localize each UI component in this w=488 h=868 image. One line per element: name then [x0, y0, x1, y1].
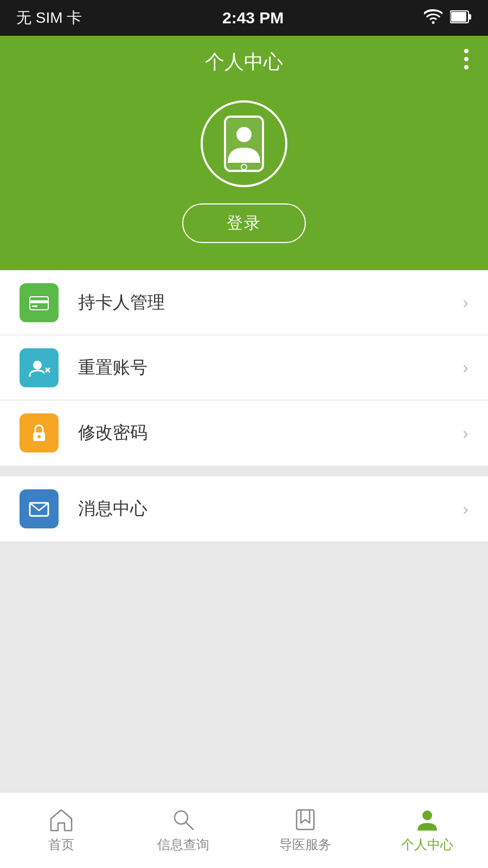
- more-menu-button[interactable]: [464, 49, 468, 69]
- change-password-label: 修改密码: [78, 421, 463, 445]
- chevron-icon-1: ›: [463, 292, 468, 312]
- svg-point-11: [33, 361, 42, 369]
- svg-rect-8: [30, 300, 48, 303]
- carrier-label: 无 SIM 卡: [16, 8, 82, 28]
- section-separator: [0, 465, 488, 476]
- message-center-item[interactable]: 消息中心 ›: [0, 476, 488, 541]
- nav-search[interactable]: 信息查询: [122, 808, 244, 853]
- svg-rect-2: [468, 14, 471, 20]
- status-icons: [424, 9, 472, 27]
- status-bar: 无 SIM 卡 2:43 PM: [0, 0, 488, 36]
- reset-account-label: 重置账号: [78, 356, 463, 380]
- card-management-item[interactable]: 持卡人管理 ›: [0, 270, 488, 335]
- menu-group-2: 消息中心 ›: [0, 476, 488, 541]
- nav-guide[interactable]: 导医服务: [244, 808, 366, 853]
- message-center-icon: [20, 489, 59, 528]
- profile-section: 登录: [0, 84, 488, 270]
- nav-home[interactable]: 首页: [0, 808, 122, 853]
- page-title: 个人中心: [205, 49, 283, 75]
- nav-home-label: 首页: [48, 836, 74, 853]
- nav-search-label: 信息查询: [157, 836, 209, 853]
- svg-rect-1: [451, 12, 466, 22]
- wifi-icon: [424, 9, 442, 27]
- card-icon: [20, 283, 59, 322]
- chevron-icon-3: ›: [463, 423, 468, 443]
- chevron-icon-4: ›: [463, 499, 468, 519]
- battery-icon: [450, 10, 472, 26]
- login-button[interactable]: 登录: [182, 203, 306, 243]
- svg-point-20: [422, 810, 432, 820]
- svg-rect-9: [32, 305, 37, 307]
- svg-line-18: [186, 822, 193, 829]
- menu-group-1: 持卡人管理 › 重置账号 › 修改密码 ›: [0, 270, 488, 465]
- bookmark-icon: [293, 808, 317, 832]
- home-icon: [49, 808, 74, 832]
- card-management-label: 持卡人管理: [78, 291, 463, 315]
- reset-account-icon: [20, 348, 59, 387]
- page-header: 个人中心: [0, 36, 488, 84]
- nav-profile-label: 个人中心: [401, 836, 453, 853]
- search-icon: [171, 808, 195, 832]
- svg-point-15: [37, 435, 41, 438]
- nav-guide-label: 导医服务: [279, 836, 331, 853]
- svg-point-5: [236, 127, 252, 142]
- bottom-navigation: 首页 信息查询 导医服务 个人中心: [0, 792, 488, 868]
- change-password-icon: [20, 413, 59, 452]
- avatar-circle: [201, 100, 287, 187]
- time-label: 2:43 PM: [222, 9, 284, 27]
- nav-profile[interactable]: 个人中心: [366, 808, 488, 853]
- profile-icon: [415, 808, 439, 832]
- change-password-item[interactable]: 修改密码 ›: [0, 400, 488, 465]
- message-center-label: 消息中心: [78, 497, 463, 521]
- reset-account-item[interactable]: 重置账号 ›: [0, 335, 488, 400]
- chevron-icon-2: ›: [463, 358, 468, 378]
- content-area: [0, 541, 488, 792]
